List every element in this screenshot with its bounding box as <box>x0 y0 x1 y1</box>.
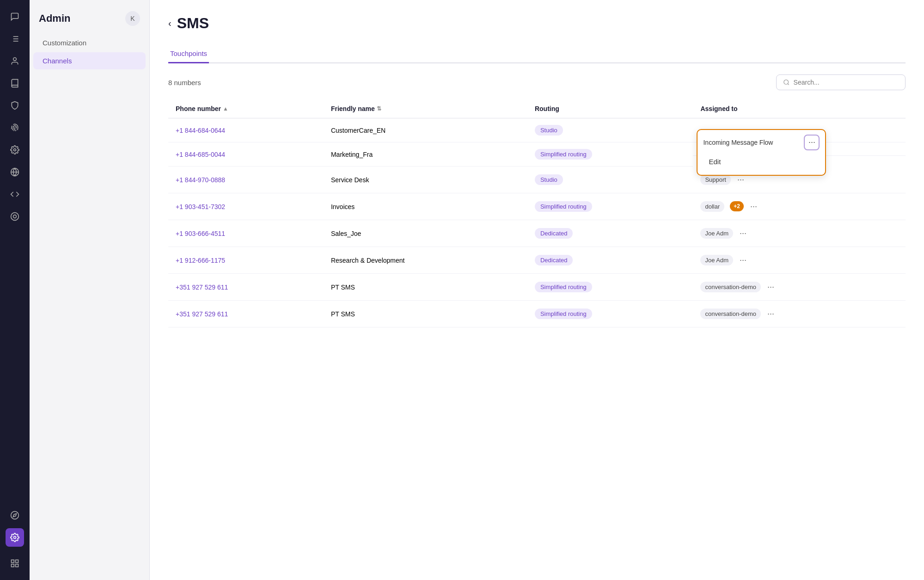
popup-edit-item[interactable]: Edit <box>703 153 820 170</box>
page-header: ‹ SMS <box>168 15 906 32</box>
svg-line-20 <box>788 84 789 85</box>
svg-rect-15 <box>12 560 14 563</box>
friendly-name: CustomerCare_EN <box>324 118 527 142</box>
table-row: +1 844-684-0644CustomerCare_ENStudio Inc… <box>168 118 906 142</box>
row-more-button[interactable]: ··· <box>747 200 761 213</box>
toolbar: 8 numbers <box>168 74 906 90</box>
col-friendly-name: Friendly name ⇅ <box>324 99 527 118</box>
svg-marker-13 <box>13 513 16 517</box>
table-row: +351 927 529 611PT SMSSimplified routing… <box>168 274 906 301</box>
friendly-name: Research & Development <box>324 247 527 274</box>
phone-number-link[interactable]: +351 927 529 611 <box>176 284 228 291</box>
phone-number-link[interactable]: +1 912-666-1175 <box>176 257 225 264</box>
assigned-chip: Joe Adm <box>700 255 733 265</box>
admin-header: Admin K <box>30 7 149 33</box>
tab-touchpoints[interactable]: Touchpoints <box>168 45 209 63</box>
svg-point-14 <box>14 537 16 539</box>
col-routing: Routing <box>527 99 693 118</box>
col-phone-number: Phone number ▲ <box>168 99 324 118</box>
integrations-icon[interactable] <box>6 141 24 159</box>
popup-box: Incoming Message Flow ··· Edit <box>697 129 826 176</box>
svg-point-11 <box>13 215 17 218</box>
page-title: SMS <box>177 15 209 32</box>
svg-rect-16 <box>16 560 18 563</box>
svg-point-19 <box>784 80 789 85</box>
popup-assigned-label: Incoming Message Flow <box>703 139 773 146</box>
routing-badge: Simplified routing <box>535 149 592 160</box>
routing-badge: Studio <box>535 125 563 136</box>
compass-icon[interactable] <box>6 506 24 524</box>
left-navigation: Admin K Customization Channels <box>30 0 150 580</box>
row-more-button[interactable]: ··· <box>764 307 778 321</box>
row-more-button[interactable]: ··· <box>736 253 750 267</box>
table-row: +1 912-666-1175Research & DevelopmentDed… <box>168 247 906 274</box>
phone-number-link[interactable]: +351 927 529 611 <box>176 310 228 318</box>
phone-number-link[interactable]: +1 903-666-4511 <box>176 230 225 237</box>
friendly-name: Service Desk <box>324 167 527 193</box>
friendly-name: Sales_Joe <box>324 220 527 247</box>
table-row: +1 903-451-7302InvoicesSimplified routin… <box>168 193 906 220</box>
tabs-bar: Touchpoints <box>168 45 906 63</box>
sort-asc-icon[interactable]: ▲ <box>223 105 228 112</box>
grid-icon[interactable] <box>6 554 24 573</box>
list-icon[interactable] <box>6 30 24 48</box>
phone-number-link[interactable]: +1 903-451-7302 <box>176 203 225 210</box>
svg-rect-17 <box>16 564 18 567</box>
svg-point-6 <box>13 58 17 61</box>
shield-icon[interactable] <box>6 96 24 115</box>
friendly-name: Marketing_Fra <box>324 142 527 167</box>
phone-number-link[interactable]: +1 844-685-0044 <box>176 151 225 158</box>
svg-rect-18 <box>12 564 14 567</box>
automation-icon[interactable] <box>6 207 24 226</box>
routing-badge: Studio <box>535 174 563 185</box>
admin-title: Admin <box>39 12 70 25</box>
routing-badge: Simplified routing <box>535 309 592 319</box>
table-row: +1 903-666-4511Sales_JoeDedicatedJoe Adm… <box>168 220 906 247</box>
table-row: +351 927 529 611PT SMSSimplified routing… <box>168 301 906 327</box>
svg-point-10 <box>11 213 19 221</box>
assigned-chip: Support <box>700 174 731 185</box>
chat-icon[interactable] <box>6 7 24 26</box>
routing-badge: Dedicated <box>535 228 573 239</box>
collapse-button[interactable]: K <box>125 11 140 26</box>
svg-point-12 <box>11 512 19 519</box>
sidebar-item-channels[interactable]: Channels <box>33 52 146 69</box>
assigned-chip: conversation-demo <box>700 309 761 319</box>
main-content: ‹ SMS Touchpoints 8 numbers Phone number… <box>150 0 924 580</box>
fingerprint-icon[interactable] <box>6 118 24 137</box>
book-icon[interactable] <box>6 74 24 93</box>
sidebar-item-customization[interactable]: Customization <box>33 34 146 51</box>
svg-point-7 <box>14 149 16 151</box>
assigned-chip: conversation-demo <box>700 282 761 292</box>
settings-icon[interactable] <box>6 528 24 547</box>
search-icon <box>783 79 790 86</box>
routing-badge: Simplified routing <box>535 201 592 212</box>
assigned-chip: Joe Adm <box>700 228 733 239</box>
numbers-count: 8 numbers <box>168 79 201 86</box>
routing-badge: Simplified routing <box>535 282 592 292</box>
code-icon[interactable] <box>6 185 24 204</box>
phone-number-link[interactable]: +1 844-684-0644 <box>176 127 225 134</box>
popup-more-button[interactable]: ··· <box>804 135 820 150</box>
friendly-name: PT SMS <box>324 301 527 327</box>
col-assigned-to: Assigned to <box>693 99 906 118</box>
contacts-icon[interactable] <box>6 52 24 70</box>
routing-badge: Dedicated <box>535 255 573 265</box>
search-box <box>776 74 906 90</box>
phone-numbers-table: Phone number ▲ Friendly name ⇅ Routing A… <box>168 99 906 327</box>
assigned-chip: dollar <box>700 201 724 212</box>
sort-toggle-icon[interactable]: ⇅ <box>377 105 381 112</box>
back-button[interactable]: ‹ <box>168 18 171 29</box>
row-more-button[interactable]: ··· <box>764 280 778 294</box>
friendly-name: Invoices <box>324 193 527 220</box>
phone-number-link[interactable]: +1 844-970-0888 <box>176 176 225 184</box>
globe-icon[interactable] <box>6 163 24 181</box>
icon-sidebar <box>0 0 30 580</box>
search-input[interactable] <box>794 79 899 86</box>
row-more-button[interactable]: ··· <box>736 227 750 240</box>
friendly-name: PT SMS <box>324 274 527 301</box>
extra-count-badge: +2 <box>730 201 744 211</box>
